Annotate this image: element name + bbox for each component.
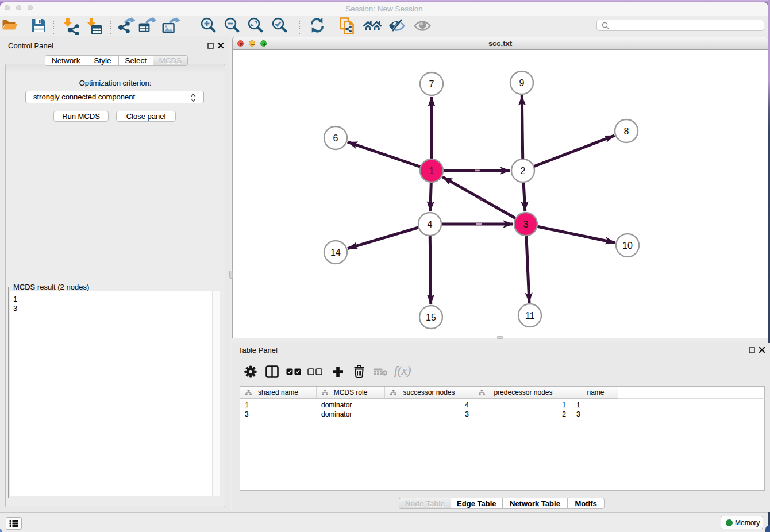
svg-text:4: 4 xyxy=(428,219,433,229)
svg-text:2: 2 xyxy=(521,166,526,176)
svg-text:11: 11 xyxy=(525,311,535,321)
svg-text:15: 15 xyxy=(426,313,436,322)
svg-text:9: 9 xyxy=(519,78,525,88)
svg-text:14: 14 xyxy=(330,248,341,257)
svg-text:8: 8 xyxy=(624,126,629,136)
svg-text:1: 1 xyxy=(429,166,434,176)
svg-text:6: 6 xyxy=(333,133,338,143)
svg-text:10: 10 xyxy=(622,241,633,250)
svg-text:7: 7 xyxy=(429,79,434,89)
svg-text:3: 3 xyxy=(523,219,529,229)
